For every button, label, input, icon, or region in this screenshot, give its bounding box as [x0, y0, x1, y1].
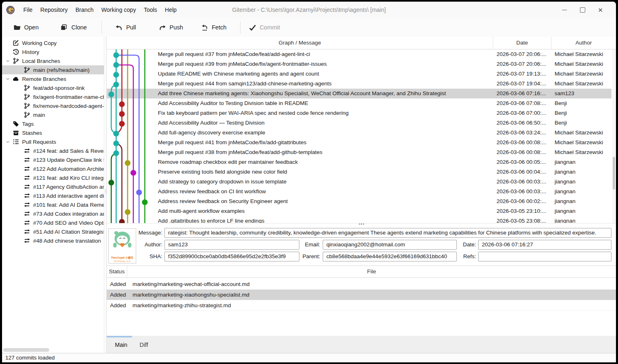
commit-row[interactable]: Add strategy to category dropdown in iss…	[107, 177, 611, 187]
sidebar-item-branch-fix-agent-frontmatter[interactable]: fix/agent-frontmatter-name-ch	[2, 92, 104, 101]
commit-dot[interactable]	[113, 141, 119, 146]
sidebar-item-history[interactable]: History	[2, 47, 104, 56]
chevron-down-icon[interactable]	[5, 76, 13, 82]
sidebar-item-branch-main-local[interactable]: main (refs/heads/main)	[2, 65, 104, 74]
sidebar-item-pr-122[interactable]: #122 Add Automation Archite	[2, 164, 104, 173]
commit-dot[interactable]	[113, 82, 119, 87]
push-button[interactable]: Push	[159, 24, 183, 31]
commit-dot[interactable]	[113, 131, 119, 136]
commit-dot[interactable]	[125, 160, 130, 166]
commit-dot[interactable]	[113, 150, 119, 156]
date-field[interactable]: 2026-03-06 07:16:27	[478, 240, 611, 250]
file-row[interactable]: Addedmarketing/marketing-xiaohongshu-spe…	[107, 290, 616, 300]
commit-list-scrollbar[interactable]	[612, 49, 616, 223]
menu-file[interactable]: File	[23, 7, 33, 13]
commit-row[interactable]: Remove roadmap checkbox edit per maintai…	[107, 157, 611, 167]
sidebar-item-pr-73[interactable]: #73 Add Codex integration an	[2, 209, 104, 218]
chevron-down-icon[interactable]	[5, 139, 13, 145]
scrollbar-thumb[interactable]	[613, 157, 615, 190]
commit-row[interactable]: Merge pull request #37 from jnMetaCode/f…	[107, 49, 611, 59]
sidebar-item-branch-feat-add-sponsor-link[interactable]: feat/add-sponsor-link	[2, 83, 104, 92]
message-field[interactable]: rategist: Thought leadership, community …	[164, 228, 611, 238]
commit-dot[interactable]	[125, 209, 130, 215]
column-header-file[interactable]: File	[127, 266, 616, 277]
commit-row[interactable]: Merge pull request #44 from samqin123/ad…	[107, 79, 611, 89]
fetch-button[interactable]: Fetch	[201, 24, 227, 31]
commit-dot[interactable]	[130, 170, 136, 176]
commit-row[interactable]: Merge pull request #38 from jnMetaCode/f…	[107, 147, 611, 157]
parent-field[interactable]: cb8e568bdaa4e9e44e5932e63f66169d631bbc40	[323, 252, 457, 261]
sidebar-item-pr-121[interactable]: #121 feat: add Kiro CLI integra	[2, 173, 104, 182]
commit-dot[interactable]	[113, 52, 119, 58]
commit-row[interactable]: Add Accessibility Auditor — Testing Divi…	[107, 118, 611, 128]
commit-row[interactable]: Fix tab keyboard pattern per WAI-ARIA sp…	[107, 108, 611, 118]
sidebar-item-local-branches[interactable]: Local Branches	[2, 56, 104, 65]
commit-row[interactable]: Add Accessibility Auditor to Testing Div…	[107, 98, 611, 108]
commit-dot[interactable]	[142, 199, 148, 205]
commit-dot[interactable]	[113, 72, 119, 78]
sidebar-item-pr-70[interactable]: #70 Add SEO and Video Optim	[2, 218, 104, 227]
sidebar-item-pr-117[interactable]: #117 Agency GithubAction an	[2, 182, 104, 191]
commit-date: 2026-03-06 00:03:...	[497, 187, 552, 197]
commit-dot[interactable]	[119, 111, 125, 117]
commit-message: Address review feedback on Security Engi…	[158, 197, 489, 206]
sidebar-item-pr-113[interactable]: #113 Add interactive agent di	[2, 191, 104, 200]
sha-field[interactable]: f352d89900cbce0ab0db45866e95d2e2fb35e3f9	[164, 252, 299, 261]
commit-row[interactable]: Add three Chinese marketing agents: Xiao…	[107, 89, 611, 98]
commit-dot[interactable]	[108, 180, 114, 185]
menu-repository[interactable]: Repository	[40, 7, 68, 13]
commit-dot[interactable]	[136, 190, 142, 195]
commit-row[interactable]: Merge pull request #39 from jnMetaCode/f…	[107, 59, 611, 69]
commit-dot[interactable]	[113, 62, 119, 68]
chevron-down-icon[interactable]	[5, 58, 13, 64]
commit-dot[interactable]	[108, 92, 114, 97]
open-button[interactable]: Open	[13, 24, 38, 31]
column-header-graph-message[interactable]: Graph / Message	[107, 37, 493, 49]
sidebar-item-tags[interactable]: Tags	[2, 119, 104, 128]
column-header-author[interactable]: Author	[551, 37, 616, 49]
sidebar-item-working-copy[interactable]: Working Copy	[2, 38, 104, 47]
sidebar-item-stashes[interactable]: Stashes	[2, 128, 104, 137]
sidebar-item-pr-48[interactable]: #48 Add chinese translation	[2, 236, 104, 245]
commit-dot[interactable]	[119, 121, 125, 127]
commit-row[interactable]: Add multi-agent workflow examples2026-03…	[107, 206, 611, 216]
sidebar-item-branch-main-remote[interactable]: main	[2, 110, 104, 119]
refs-field[interactable]	[478, 252, 611, 261]
commit-row[interactable]: Preserve existing tools field alongside …	[107, 167, 611, 177]
email-field[interactable]: qinxiaoqiang2002@hotmail.com	[323, 240, 457, 250]
file-row[interactable]: Addedmarketing/marketing-wechat-official…	[107, 279, 616, 290]
file-row[interactable]: Addedmarketing/marketing-zhihu-strategis…	[107, 300, 616, 311]
tab-diff[interactable]: Diff	[139, 342, 148, 348]
column-header-status[interactable]: Status	[107, 266, 127, 277]
sidebar-item-pull-requests[interactable]: Pull Requests	[2, 137, 104, 146]
menu-tools[interactable]: Tools	[144, 7, 157, 13]
menu-help[interactable]: Help	[165, 7, 177, 13]
pull-button[interactable]: Pull	[115, 24, 136, 31]
detail-splitter[interactable]: •••	[107, 223, 616, 226]
minimize-button[interactable]	[555, 4, 573, 16]
commit-row[interactable]: Add full-agency discovery exercise examp…	[107, 128, 611, 138]
sidebar-item-pr-124[interactable]: #124 feat: add Sales & Revenu	[2, 146, 104, 155]
close-button[interactable]: ✕	[591, 4, 609, 16]
commit-row[interactable]: Merge pull request #41 from jnMetaCode/f…	[107, 138, 611, 147]
sidebar-item-pr-123[interactable]: #123 Update OpenClaw link to	[2, 155, 104, 164]
tab-main[interactable]: Main	[115, 342, 127, 348]
sidebar-item-remote-branches[interactable]: Remote Branches	[2, 74, 104, 83]
sidebar-horizontal-scrollbar[interactable]	[3, 348, 49, 352]
commit-dot[interactable]	[119, 101, 125, 107]
commit-row[interactable]: Address review feedback on CI lint workf…	[107, 187, 611, 197]
column-header-date[interactable]: Date	[493, 37, 551, 49]
clone-button[interactable]: Clone	[61, 24, 87, 31]
commit-row[interactable]: Address review feedback on Security Engi…	[107, 197, 611, 206]
menu-working-copy[interactable]: Working copy	[101, 7, 136, 13]
menu-branch[interactable]: Branch	[75, 7, 93, 13]
commit-row[interactable]: Update README with Chinese marketing age…	[107, 69, 611, 79]
message-label: Message:	[138, 228, 162, 238]
sidebar-item-pr-51[interactable]: #51 Add AI Citation Strategist	[2, 227, 104, 236]
sidebar-item-pr-101[interactable]: #101 feat: Add AI Data Remed	[2, 200, 104, 209]
commit-button[interactable]: Commit	[249, 24, 280, 31]
author-field[interactable]: sam123	[164, 240, 299, 250]
maximize-button[interactable]	[573, 4, 591, 16]
sidebar-item-branch-fix-remove-hardcoded[interactable]: fix/remove-hardcoded-agent-c	[2, 101, 104, 110]
commit-dot[interactable]	[119, 219, 125, 223]
